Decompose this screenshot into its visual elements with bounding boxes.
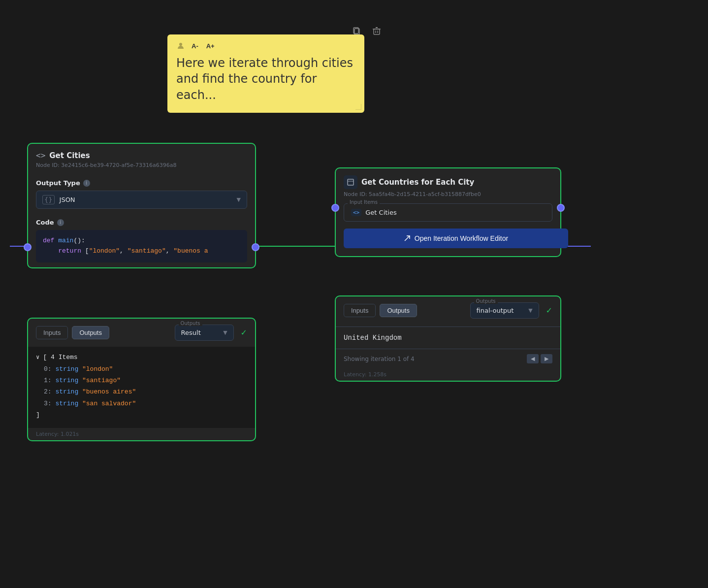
outputs-tab[interactable]: Outputs [72, 326, 109, 339]
check-icon: ✓ [241, 328, 247, 337]
countries-outputs-label: Outputs [474, 298, 498, 304]
prev-iteration-button[interactable]: ◀ [527, 354, 539, 363]
json-val-2: "buenos aires" [82, 388, 136, 395]
divider2 [336, 349, 560, 349]
input-items-label: Input Items [348, 199, 380, 205]
input-items-box: <> Get Cities [344, 203, 552, 222]
svg-point-9 [179, 43, 182, 46]
code-label: Code [36, 219, 54, 226]
node-id: Node ID: 3e2415c6-be39-4720-af5e-73316a6… [28, 162, 255, 174]
countries-panel-tabs: Inputs Outputs Outputs final-output ▼ ✓ [336, 296, 560, 325]
countries-output-panel: Inputs Outputs Outputs final-output ▼ ✓ … [335, 295, 561, 382]
json-val-0: "london" [82, 365, 113, 373]
canvas: A- A+ Here we iterate through cities and… [0, 0, 708, 588]
outputs-dropdown-wrapper: Outputs Result ▼ [175, 325, 234, 341]
iteration-row: Showing iteration 1 of 4 ◀ ▶ [336, 351, 560, 368]
dropdown-arrow-icon: ▼ [237, 196, 241, 203]
json-index-2: 2: [44, 388, 55, 395]
countries-icon-box [344, 175, 357, 189]
code-def-keyword: def [43, 237, 58, 244]
code-paren: (): [73, 237, 85, 244]
input-items-wrapper: Input Items <> Get Cities [344, 203, 552, 222]
font-increase-button[interactable]: A+ [205, 42, 216, 50]
outputs-dropdown-label: Outputs [179, 321, 202, 326]
code-str3: "buenos a [173, 247, 208, 255]
json-close-bracket: ] [36, 411, 40, 419]
sticky-note: A- A+ Here we iterate through cities and… [167, 34, 364, 113]
divider [336, 327, 560, 327]
iteration-nav: ◀ ▶ [527, 354, 552, 363]
output-value: United Kingdom [336, 329, 560, 347]
get-cities-node: <> Get Cities Node ID: 3e2415c6-be39-472… [27, 143, 256, 268]
delete-button[interactable] [370, 25, 383, 40]
json-array-label: [ 4 Items [43, 354, 77, 361]
countries-latency-label: Latency: 1.258s [336, 368, 560, 381]
output-type-dropdown[interactable]: {} JSON ▼ [36, 191, 247, 209]
countries-node-title: Get Countries for Each City [361, 178, 474, 187]
output-type-label: Output Type [36, 179, 80, 187]
json-index-1: 1: [44, 377, 55, 384]
code-icon: <> [36, 151, 45, 160]
result-dropdown[interactable]: Result ▼ [175, 325, 234, 341]
svg-rect-4 [374, 29, 380, 34]
json-bracket-icon: {} [42, 195, 55, 204]
code-str1: "london" [89, 247, 120, 255]
countries-node-header: Get Countries for Each City [336, 168, 560, 191]
code-return-keyword: return [58, 247, 85, 255]
final-output-label: final-output [477, 307, 524, 314]
result-arrow-icon: ▼ [223, 329, 227, 336]
code-main-fn: main [58, 237, 73, 244]
sticky-note-text: Here we iterate through cities and find … [176, 55, 355, 103]
person-icon [176, 41, 185, 50]
input-items-value: Get Cities [365, 209, 396, 216]
code-comma1: , [120, 247, 128, 255]
font-decrease-button[interactable]: A- [190, 42, 200, 50]
json-type-0: string [55, 365, 82, 373]
open-editor-label: Open Iteration Workflow Editor [415, 234, 508, 242]
json-type-1: string [55, 377, 82, 384]
json-type-2: string [55, 388, 82, 395]
result-label: Result [181, 329, 219, 336]
countries-right-connector[interactable] [557, 204, 565, 212]
code-comma2: , [166, 247, 174, 255]
countries-inputs-tab[interactable]: Inputs [344, 304, 376, 317]
final-output-dropdown[interactable]: final-output ▼ [470, 302, 539, 319]
json-expand-icon: ∨ [36, 354, 43, 361]
code-block[interactable]: def main(): return ["london", "santiago"… [36, 230, 247, 262]
output-type-section: Output Type i {} JSON ▼ [28, 174, 255, 214]
svg-rect-10 [348, 179, 354, 185]
get-cities-output-panel: Inputs Outputs Outputs Result ▼ ✓ ∨ [ 4 … [27, 318, 256, 441]
code-indent [43, 247, 58, 255]
final-output-arrow-icon: ▼ [528, 307, 532, 314]
json-output: ∨ [ 4 Items 0: string "london" 1: string… [28, 347, 255, 428]
countries-check-icon: ✓ [546, 306, 552, 315]
get-countries-node: Get Countries for Each City Node ID: 5aa… [335, 167, 561, 257]
panel-tabs: Inputs Outputs Outputs Result ▼ ✓ [28, 319, 255, 347]
countries-outputs-tab[interactable]: Outputs [380, 304, 417, 317]
resize-handle-icon[interactable] [355, 104, 361, 110]
json-type-3: string [55, 400, 82, 407]
cities-code-tag: <> [351, 209, 361, 216]
output-type-info-icon: i [83, 180, 90, 187]
code-info-icon: i [57, 219, 64, 226]
right-connector-dot[interactable] [252, 243, 259, 251]
output-type-value: JSON [60, 196, 232, 203]
node-header: <> Get Cities [28, 144, 255, 162]
code-bracket-open: [ [85, 247, 89, 255]
inputs-tab[interactable]: Inputs [36, 326, 68, 339]
next-iteration-button[interactable]: ▶ [541, 354, 552, 363]
latency-label: Latency: 1.021s [28, 428, 255, 440]
json-val-1: "santiago" [82, 377, 121, 384]
left-connector-dot[interactable] [24, 243, 32, 251]
open-editor-button[interactable]: Open Iteration Workflow Editor [344, 229, 568, 248]
countries-outputs-dropdown-wrapper: Outputs final-output ▼ [470, 302, 539, 319]
sticky-toolbar: A- A+ [176, 41, 355, 50]
countries-left-connector[interactable] [331, 204, 339, 212]
iteration-text: Showing iteration 1 of 4 [344, 356, 415, 362]
json-index-0: 0: [44, 365, 55, 373]
code-section: Code i def main(): return ["london", "sa… [28, 214, 255, 267]
json-val-3: "san salvador" [82, 400, 136, 407]
code-str2: "santiago" [128, 247, 166, 255]
json-index-3: 3: [44, 400, 55, 407]
node-title: Get Cities [49, 151, 90, 160]
